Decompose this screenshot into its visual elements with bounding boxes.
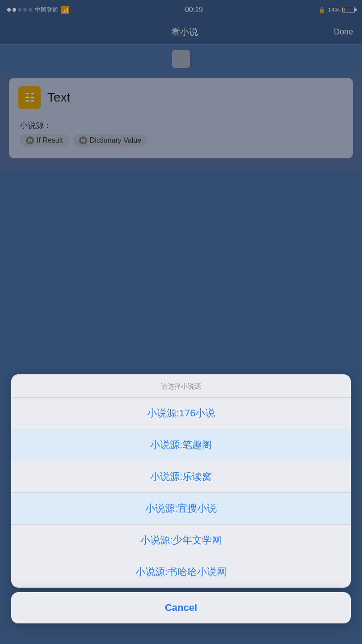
sheet-item-ledu[interactable]: 小说源:乐读窝 — [11, 461, 351, 493]
sheet-overlay: 请选择小说源 小说源:176小说 小说源:笔趣阁 小说源:乐读窝 小说源:宜搜小… — [0, 0, 362, 644]
sheet-item-biquge[interactable]: 小说源:笔趣阁 — [11, 429, 351, 461]
sheet-item-shuhaha[interactable]: 小说源:书哈哈小说网 — [11, 556, 351, 588]
action-sheet: 请选择小说源 小说源:176小说 小说源:笔趣阁 小说源:乐读窝 小说源:宜搜小… — [11, 374, 351, 588]
sheet-item-176[interactable]: 小说源:176小说 — [11, 398, 351, 429]
sheet-title: 请选择小说源 — [11, 374, 351, 398]
cancel-button[interactable]: Cancel — [11, 592, 351, 623]
cancel-sheet: Cancel — [11, 592, 351, 623]
action-sheet-container: 请选择小说源 小说源:176小说 小说源:笔趣阁 小说源:乐读窝 小说源:宜搜小… — [11, 374, 351, 637]
sheet-item-yisou[interactable]: 小说源:宜搜小说 — [11, 493, 351, 525]
sheet-item-shaonian[interactable]: 小说源:少年文学网 — [11, 525, 351, 556]
bottom-gap — [11, 623, 351, 637]
